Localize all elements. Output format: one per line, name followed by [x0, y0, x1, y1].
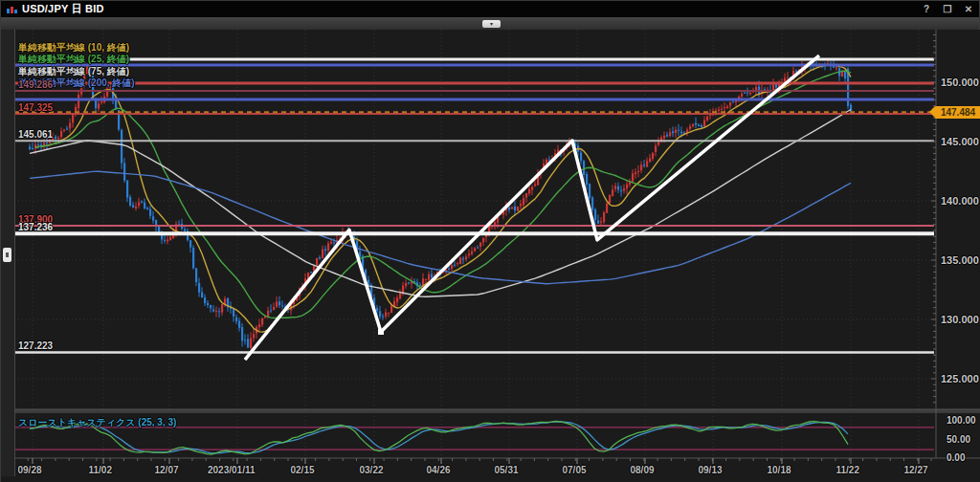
time-axis-label: 10/18: [768, 465, 791, 475]
price-axis-label: 135.000: [941, 254, 979, 266]
time-axis-label: 07/05: [563, 465, 587, 475]
price-level-label: 145.061: [18, 129, 53, 140]
time-axis-label: 08/09: [631, 465, 655, 475]
price-level-label: 127.223: [18, 340, 53, 351]
price-axis-label: 150.000: [941, 77, 979, 88]
time-axis-label: 09/28: [18, 465, 42, 475]
price-level-label: 149.286: [18, 79, 53, 90]
time-axis-label: 11/22: [836, 465, 859, 475]
time-axis-label: 2023/01/11: [208, 465, 256, 475]
trendline-handle[interactable]: [378, 329, 384, 335]
current-price-badge: 147.484: [935, 106, 980, 119]
panel-separator[interactable]: [1, 409, 980, 413]
price-axis-label: 130.000: [941, 314, 979, 325]
time-axis-label: 12/07: [155, 465, 179, 475]
title-bar[interactable]: USD/JPY 日 BID ? ❐ ✕: [1, 1, 979, 17]
price-axis-label: 145.000: [941, 136, 979, 147]
splitter-handle[interactable]: [3, 248, 11, 262]
left-splitter[interactable]: [1, 30, 15, 476]
chart-window: USD/JPY 日 BID ? ❐ ✕ ▾ 単純移動平均線 (10, 終値)単純…: [0, 0, 980, 482]
chart-area[interactable]: 単純移動平均線 (10, 終値)単純移動平均線 (25, 終値)単純移動平均線 …: [1, 30, 980, 482]
close-button[interactable]: ✕: [962, 4, 975, 15]
stoch-legend-label: スローストキャスティクス (25, 3, 3): [18, 416, 176, 429]
window-controls: ? ❐ ✕: [920, 4, 975, 15]
price-level-label: 137.236: [18, 222, 53, 232]
toolbar-strip: ▾: [1, 17, 979, 31]
maximize-button[interactable]: ❐: [941, 4, 954, 15]
stoch-axis-label: 50.00: [947, 434, 970, 445]
price-level-label: 147.325: [18, 102, 53, 113]
toolbar-collapse-button[interactable]: ▾: [482, 20, 501, 28]
candlestick-chart-icon: [7, 5, 17, 13]
stoch-axis-label: 0.00: [947, 452, 965, 463]
chart-canvas[interactable]: [1, 30, 980, 482]
window-title: USD/JPY 日 BID: [22, 2, 104, 16]
time-axis-label: 12/27: [904, 465, 928, 475]
stoch-axis-label: 100.00: [947, 415, 976, 426]
price-axis-label: 140.000: [941, 195, 979, 207]
time-axis-label: 09/13: [699, 465, 723, 475]
time-axis-label: 11/02: [89, 465, 112, 475]
price-axis-label: 125.000: [941, 373, 979, 384]
time-axis-label: 02/15: [291, 465, 315, 475]
help-button[interactable]: ?: [920, 4, 933, 15]
time-axis-label: 04/26: [427, 465, 451, 475]
time-axis-label: 05/31: [495, 465, 519, 475]
time-axis-label: 03/22: [360, 465, 384, 475]
